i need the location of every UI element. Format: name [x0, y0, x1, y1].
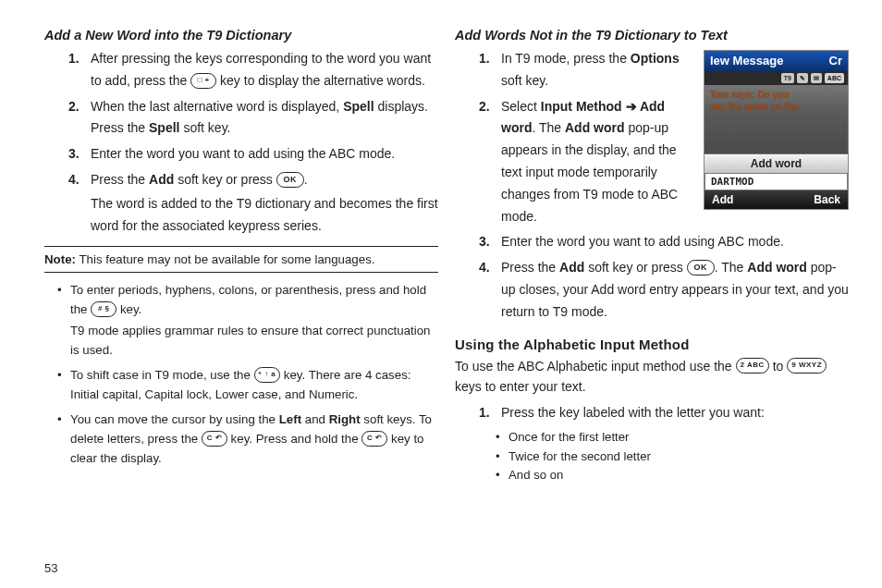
- left-bullets: To enter periods, hyphens, colons, or pa…: [44, 280, 438, 468]
- intro-text: keys to enter your text.: [455, 379, 586, 394]
- options-label: Options: [631, 51, 680, 66]
- right-column: Add Words Not in the T9 Dictionary to Te…: [455, 26, 849, 573]
- bullet-text: key. Press and hold the: [227, 432, 361, 446]
- list-item: 4. Press the Add soft key or press . The…: [483, 257, 849, 323]
- intro-text: To use the ABC Alphabetic input method u…: [455, 359, 736, 374]
- ok-key-icon: [687, 260, 715, 276]
- step-number: 3.: [68, 143, 80, 165]
- step-text: When the last alternative word is displa…: [91, 99, 343, 114]
- ok-key-icon: [276, 172, 304, 188]
- hash-key-icon: # §: [91, 301, 116, 317]
- intro-text: to: [769, 359, 787, 374]
- left-key-label: Left: [279, 412, 301, 426]
- spell-label: Spell: [343, 99, 374, 114]
- step-text: Press the key labeled with the letter yo…: [501, 405, 765, 420]
- step-text: . The: [532, 120, 565, 135]
- left-steps: 1. After pressing the keys corresponding…: [44, 48, 438, 237]
- step-text: soft key.: [501, 73, 548, 88]
- step-text: pop-up appears in the display, and the t…: [501, 120, 678, 223]
- step-text: key to display the alternative words.: [216, 73, 425, 88]
- step-text: soft key.: [180, 120, 231, 135]
- alphabetic-heading: Using the Alphabetic Input Method: [455, 337, 849, 352]
- bullet-text: T9 mode applies grammar rules to ensure …: [70, 321, 438, 360]
- clear-key-icon: C ↶: [202, 431, 227, 447]
- spell-label: Spell: [149, 120, 179, 135]
- bullet-text: You can move the cursor by using the: [70, 412, 279, 426]
- step-number: 2.: [479, 96, 490, 118]
- add-label: Add: [149, 172, 174, 187]
- step-number: 4.: [479, 257, 490, 279]
- alphabetic-subbullets: Once for the first letter Twice for the …: [455, 428, 849, 484]
- note-text: This feature may not be available for so…: [76, 252, 375, 266]
- right-heading: Add Words Not in the T9 Dictionary to Te…: [455, 28, 849, 43]
- list-item: 1. Press the key labeled with the letter…: [483, 402, 849, 424]
- step-text: In T9 mode, press the: [501, 51, 631, 66]
- right-steps: 1. In T9 mode, press the Options soft ke…: [455, 48, 849, 324]
- list-item: And so on: [496, 466, 849, 484]
- add-word-label: Add word: [747, 260, 807, 275]
- step-text: soft key or press: [584, 260, 686, 275]
- step-number: 1.: [68, 48, 80, 70]
- list-item: 4. Press the Add soft key or press . The…: [72, 169, 438, 237]
- list-item: You can move the cursor by using the Lef…: [57, 410, 438, 468]
- step-number: 1.: [479, 48, 490, 70]
- step-text: Press the: [501, 260, 559, 275]
- note-block: Note: This feature may not be available …: [44, 246, 438, 273]
- list-item: 2. When the last alternative word is dis…: [72, 96, 438, 141]
- star-key-icon: * ↑ a: [254, 367, 281, 383]
- list-item: 2. Select Input Method ➔ Add word. The A…: [483, 96, 849, 228]
- add-word-label: Add word: [565, 120, 625, 135]
- input-method-label: Input Method: [541, 99, 622, 114]
- bullet-text: and: [301, 412, 329, 426]
- step-text: Enter the word you want to add using ABC…: [501, 234, 784, 249]
- step-text: .: [304, 172, 308, 187]
- clear-key-icon: C ↶: [361, 431, 387, 447]
- step-number: 3.: [479, 231, 490, 253]
- add-label: Add: [559, 260, 584, 275]
- step-number: 1.: [479, 402, 490, 424]
- list-item: 1. In T9 mode, press the Options soft ke…: [483, 48, 849, 92]
- list-item: 3. Enter the word you want to add using …: [483, 231, 849, 253]
- step-text: . The: [715, 260, 748, 275]
- list-item: To enter periods, hyphens, colons, or pa…: [57, 280, 438, 360]
- key-9-wxyz-icon: 9 WXYZ: [787, 358, 827, 374]
- list-item: Twice for the second letter: [496, 447, 849, 466]
- zero-plus-key-icon: □ +: [190, 73, 216, 89]
- manual-page: Add a New Word into the T9 Dictionary 1.…: [0, 0, 882, 588]
- alphabetic-intro: To use the ABC Alphabetic input method u…: [455, 356, 849, 398]
- list-item: 3. Enter the word you want to add using …: [72, 143, 438, 165]
- list-item: 1. After pressing the keys corresponding…: [72, 48, 438, 92]
- step-text: Press the: [91, 172, 149, 187]
- bullet-text: To shift case in T9 mode, use the: [70, 368, 254, 382]
- page-number: 53: [44, 561, 57, 575]
- left-heading: Add a New Word into the T9 Dictionary: [44, 28, 438, 43]
- left-column: Add a New Word into the T9 Dictionary 1.…: [44, 26, 438, 573]
- step-text: Enter the word you want to add using the…: [91, 146, 395, 161]
- step-number: 2.: [68, 96, 80, 118]
- step-number: 4.: [68, 169, 80, 191]
- bullet-text: key.: [116, 302, 141, 316]
- list-item: To shift case in T9 mode, use the * ↑ a …: [57, 365, 438, 404]
- alphabetic-steps: 1. Press the key labeled with the letter…: [455, 402, 849, 424]
- step-text: Select: [501, 99, 541, 114]
- step-followup: The word is added to the T9 dictionary a…: [91, 193, 438, 238]
- step-text: soft key or press: [174, 172, 276, 187]
- right-key-label: Right: [329, 412, 361, 426]
- arrow-icon: ➔: [622, 99, 640, 114]
- list-item: Once for the first letter: [496, 428, 849, 447]
- key-2-abc-icon: 2 ABC: [736, 358, 769, 374]
- note-label: Note:: [44, 252, 76, 266]
